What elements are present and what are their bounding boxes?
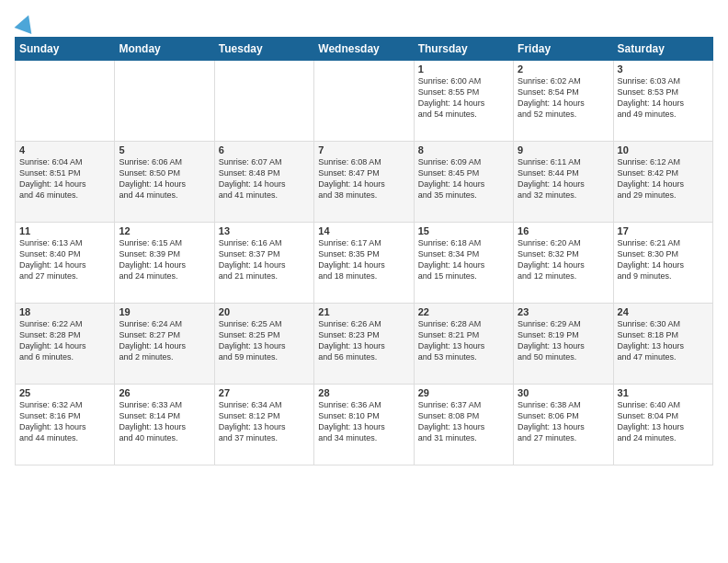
cell-info: Sunrise: 6:34 AMSunset: 8:12 PMDaylight:… — [219, 399, 310, 444]
calendar-cell: 9Sunrise: 6:11 AMSunset: 8:44 PMDaylight… — [514, 142, 613, 223]
day-header-monday: Monday — [115, 38, 214, 61]
calendar-cell: 8Sunrise: 6:09 AMSunset: 8:45 PMDaylight… — [414, 142, 513, 223]
cell-info: Sunrise: 6:24 AMSunset: 8:27 PMDaylight:… — [119, 318, 210, 363]
logo-triangle-icon — [15, 12, 38, 34]
calendar-cell: 22Sunrise: 6:28 AMSunset: 8:21 PMDayligh… — [414, 304, 513, 385]
cell-info: Sunrise: 6:40 AMSunset: 8:04 PMDaylight:… — [618, 399, 709, 444]
cell-info: Sunrise: 6:20 AMSunset: 8:32 PMDaylight:… — [518, 237, 609, 282]
cell-info: Sunrise: 6:38 AMSunset: 8:06 PMDaylight:… — [518, 399, 609, 444]
calendar-cell: 11Sunrise: 6:13 AMSunset: 8:40 PMDayligh… — [16, 223, 115, 304]
day-number: 4 — [19, 144, 110, 155]
calendar-cell: 14Sunrise: 6:17 AMSunset: 8:35 PMDayligh… — [314, 223, 414, 304]
day-number: 28 — [318, 387, 409, 398]
calendar-cell: 29Sunrise: 6:37 AMSunset: 8:08 PMDayligh… — [414, 385, 513, 465]
calendar-cell: 28Sunrise: 6:36 AMSunset: 8:10 PMDayligh… — [314, 385, 414, 465]
calendar-cell: 10Sunrise: 6:12 AMSunset: 8:42 PMDayligh… — [613, 142, 712, 223]
cell-info: Sunrise: 6:00 AMSunset: 8:55 PMDaylight:… — [418, 75, 509, 121]
calendar-cell: 18Sunrise: 6:22 AMSunset: 8:28 PMDayligh… — [16, 304, 115, 385]
cell-info: Sunrise: 6:28 AMSunset: 8:21 PMDaylight:… — [418, 318, 509, 363]
day-number: 18 — [19, 306, 110, 317]
cell-info: Sunrise: 6:18 AMSunset: 8:34 PMDaylight:… — [418, 237, 509, 282]
calendar-cell: 3Sunrise: 6:03 AMSunset: 8:53 PMDaylight… — [613, 61, 712, 142]
calendar-cell: 19Sunrise: 6:24 AMSunset: 8:27 PMDayligh… — [115, 304, 214, 385]
calendar-cell: 30Sunrise: 6:38 AMSunset: 8:06 PMDayligh… — [514, 385, 613, 465]
day-number: 17 — [618, 225, 709, 236]
day-number: 29 — [418, 387, 509, 398]
day-header-saturday: Saturday — [613, 38, 712, 61]
week-row-1: 1Sunrise: 6:00 AMSunset: 8:55 PMDaylight… — [16, 61, 713, 142]
cell-info: Sunrise: 6:33 AMSunset: 8:14 PMDaylight:… — [119, 399, 210, 444]
week-row-3: 11Sunrise: 6:13 AMSunset: 8:40 PMDayligh… — [16, 223, 713, 304]
cell-info: Sunrise: 6:30 AMSunset: 8:18 PMDaylight:… — [618, 318, 709, 363]
day-number: 14 — [318, 225, 409, 236]
calendar-cell — [314, 61, 414, 142]
header — [15, 15, 713, 28]
day-number: 27 — [219, 387, 310, 398]
cell-info: Sunrise: 6:02 AMSunset: 8:54 PMDaylight:… — [518, 75, 609, 121]
day-number: 26 — [119, 387, 210, 398]
cell-info: Sunrise: 6:36 AMSunset: 8:10 PMDaylight:… — [318, 399, 409, 444]
calendar-cell: 13Sunrise: 6:16 AMSunset: 8:37 PMDayligh… — [214, 223, 313, 304]
calendar-cell: 20Sunrise: 6:25 AMSunset: 8:25 PMDayligh… — [214, 304, 313, 385]
cell-info: Sunrise: 6:06 AMSunset: 8:50 PMDaylight:… — [119, 156, 210, 201]
calendar-cell: 24Sunrise: 6:30 AMSunset: 8:18 PMDayligh… — [613, 304, 712, 385]
day-number: 5 — [119, 144, 210, 155]
day-number: 20 — [219, 306, 310, 317]
cell-info: Sunrise: 6:37 AMSunset: 8:08 PMDaylight:… — [418, 399, 509, 444]
calendar-cell: 21Sunrise: 6:26 AMSunset: 8:23 PMDayligh… — [314, 304, 414, 385]
cell-info: Sunrise: 6:11 AMSunset: 8:44 PMDaylight:… — [518, 156, 609, 201]
calendar-cell: 26Sunrise: 6:33 AMSunset: 8:14 PMDayligh… — [115, 385, 214, 465]
day-number: 22 — [418, 306, 509, 317]
day-number: 7 — [318, 144, 409, 155]
day-header-wednesday: Wednesday — [314, 38, 414, 61]
day-number: 21 — [318, 306, 409, 317]
day-header-thursday: Thursday — [414, 38, 513, 61]
day-number: 3 — [618, 63, 709, 75]
calendar-table: SundayMondayTuesdayWednesdayThursdayFrid… — [15, 37, 713, 465]
cell-info: Sunrise: 6:13 AMSunset: 8:40 PMDaylight:… — [19, 237, 110, 282]
cell-info: Sunrise: 6:25 AMSunset: 8:25 PMDaylight:… — [219, 318, 310, 363]
day-number: 24 — [618, 306, 709, 317]
day-number: 25 — [19, 387, 110, 398]
day-number: 2 — [518, 63, 609, 75]
cell-info: Sunrise: 6:09 AMSunset: 8:45 PMDaylight:… — [418, 156, 509, 201]
day-header-sunday: Sunday — [16, 38, 115, 61]
cell-info: Sunrise: 6:17 AMSunset: 8:35 PMDaylight:… — [318, 237, 409, 282]
week-row-2: 4Sunrise: 6:04 AMSunset: 8:51 PMDaylight… — [16, 142, 713, 223]
day-number: 12 — [119, 225, 210, 236]
cell-info: Sunrise: 6:03 AMSunset: 8:53 PMDaylight:… — [618, 75, 709, 121]
calendar-cell: 7Sunrise: 6:08 AMSunset: 8:47 PMDaylight… — [314, 142, 414, 223]
calendar-cell: 1Sunrise: 6:00 AMSunset: 8:55 PMDaylight… — [414, 61, 513, 142]
cell-info: Sunrise: 6:15 AMSunset: 8:39 PMDaylight:… — [119, 237, 210, 282]
cell-info: Sunrise: 6:21 AMSunset: 8:30 PMDaylight:… — [618, 237, 709, 282]
cell-info: Sunrise: 6:22 AMSunset: 8:28 PMDaylight:… — [19, 318, 110, 363]
day-number: 6 — [219, 144, 310, 155]
cell-info: Sunrise: 6:16 AMSunset: 8:37 PMDaylight:… — [219, 237, 310, 282]
day-number: 9 — [518, 144, 609, 155]
day-header-friday: Friday — [514, 38, 613, 61]
day-number: 13 — [219, 225, 310, 236]
calendar-cell — [214, 61, 313, 142]
day-number: 23 — [518, 306, 609, 317]
calendar-cell: 17Sunrise: 6:21 AMSunset: 8:30 PMDayligh… — [613, 223, 712, 304]
logo — [15, 15, 35, 28]
calendar-cell: 12Sunrise: 6:15 AMSunset: 8:39 PMDayligh… — [115, 223, 214, 304]
calendar-cell: 5Sunrise: 6:06 AMSunset: 8:50 PMDaylight… — [115, 142, 214, 223]
calendar-cell: 31Sunrise: 6:40 AMSunset: 8:04 PMDayligh… — [613, 385, 712, 465]
cell-info: Sunrise: 6:32 AMSunset: 8:16 PMDaylight:… — [19, 399, 110, 444]
day-number: 31 — [618, 387, 709, 398]
calendar-cell — [115, 61, 214, 142]
week-row-4: 18Sunrise: 6:22 AMSunset: 8:28 PMDayligh… — [16, 304, 713, 385]
day-header-row: SundayMondayTuesdayWednesdayThursdayFrid… — [16, 38, 713, 61]
calendar-cell: 25Sunrise: 6:32 AMSunset: 8:16 PMDayligh… — [16, 385, 115, 465]
calendar-cell: 15Sunrise: 6:18 AMSunset: 8:34 PMDayligh… — [414, 223, 513, 304]
cell-info: Sunrise: 6:08 AMSunset: 8:47 PMDaylight:… — [318, 156, 409, 201]
day-number: 1 — [418, 63, 509, 75]
calendar-cell: 16Sunrise: 6:20 AMSunset: 8:32 PMDayligh… — [514, 223, 613, 304]
cell-info: Sunrise: 6:29 AMSunset: 8:19 PMDaylight:… — [518, 318, 609, 363]
day-number: 19 — [119, 306, 210, 317]
cell-info: Sunrise: 6:04 AMSunset: 8:51 PMDaylight:… — [19, 156, 110, 201]
day-number: 30 — [518, 387, 609, 398]
calendar-cell: 4Sunrise: 6:04 AMSunset: 8:51 PMDaylight… — [16, 142, 115, 223]
day-number: 16 — [518, 225, 609, 236]
